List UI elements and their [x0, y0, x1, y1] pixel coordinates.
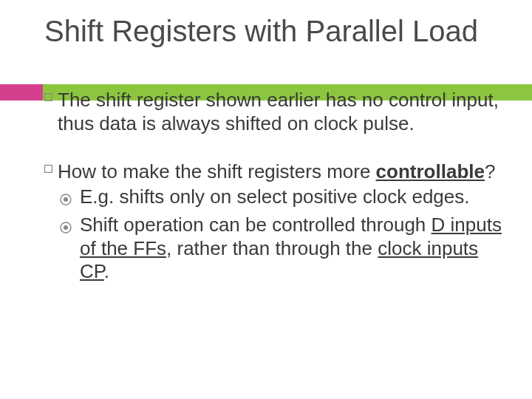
target-bullet-icon [58, 188, 80, 212]
sub-list: E.g. shifts only on select positive cloc… [58, 185, 502, 284]
bullet-text: How to make the shift registers more con… [58, 160, 502, 284]
sub-text: E.g. shifts only on select positive cloc… [80, 185, 470, 212]
svg-rect-1 [45, 166, 52, 173]
svg-point-3 [64, 197, 68, 202]
text-fragment: . [104, 260, 109, 282]
target-bullet-icon [58, 216, 80, 284]
bullet-item: How to make the shift registers more con… [44, 160, 502, 284]
sub-text: Shift operation can be controlled throug… [80, 214, 502, 284]
square-bullet-icon [44, 93, 58, 135]
text-fragment: How to make the shift registers more [58, 160, 376, 183]
content-area: The shift register shown earlier has no … [44, 89, 502, 284]
svg-rect-0 [45, 94, 52, 101]
slide: Shift Registers with Parallel Load The s… [0, 0, 532, 399]
slide-title: Shift Registers with Parallel Load [44, 15, 502, 47]
svg-point-5 [64, 225, 68, 230]
bullet-text: The shift register shown earlier has no … [58, 89, 502, 135]
sub-item: Shift operation can be controlled throug… [58, 214, 502, 284]
sub-item: E.g. shifts only on select positive cloc… [58, 185, 502, 212]
text-fragment: , rather than through the [166, 237, 378, 259]
text-fragment: Shift operation can be controlled throug… [80, 214, 432, 236]
bullet-item: The shift register shown earlier has no … [44, 89, 502, 135]
emphasized-word: controllable [376, 160, 485, 183]
square-bullet-icon [44, 165, 58, 284]
text-fragment: ? [485, 160, 495, 183]
